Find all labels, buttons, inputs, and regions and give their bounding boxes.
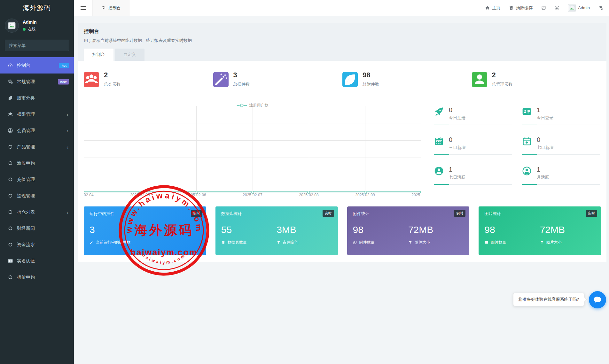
- calendar-icon: [434, 136, 444, 146]
- sidebar-item-label: 持仓列表: [17, 209, 35, 215]
- circle-o-icon: [8, 275, 13, 280]
- stat-label: 总管理员数: [492, 81, 513, 87]
- home-button[interactable]: 主页: [485, 5, 500, 11]
- summary-card: 图片统计实时98图片数量72MB图片大小: [479, 206, 601, 255]
- clear-cache-button[interactable]: 清除缓存: [509, 5, 533, 11]
- mini-stat-value: 1: [449, 166, 465, 173]
- menu-search: [5, 40, 69, 51]
- sidebar-item-12[interactable]: 资金流水: [0, 236, 74, 253]
- sidebar-item-3[interactable]: 股市分类: [0, 90, 74, 106]
- badge-hot: hot: [59, 63, 69, 68]
- topbar: 控制台 主页 清除缓存 Admin: [74, 0, 609, 16]
- summary-card-title: 图片统计: [484, 211, 595, 217]
- realtime-badge: 实时: [323, 210, 334, 217]
- sidebar-item-9[interactable]: 提现管理: [0, 188, 74, 204]
- page-tabs: 控制台自定义: [84, 49, 601, 61]
- profile-menu[interactable]: Admin: [568, 4, 590, 12]
- sidebar-item-10[interactable]: 持仓列表‹: [0, 204, 74, 220]
- leaf-icon: [342, 72, 358, 87]
- sidebar-item-1[interactable]: 控制台hot: [0, 57, 74, 74]
- user-circle-icon: [8, 128, 13, 133]
- mini-stat-label: 七日活跃: [449, 174, 465, 180]
- filter-icon: [540, 240, 544, 244]
- chart-x-label: 2025-02-08: [299, 193, 318, 197]
- mini-stat: 0七日新增: [522, 136, 600, 155]
- image-icon: [484, 240, 488, 244]
- summary-card: 数据库统计实时55数据表数量3MB占用空间: [215, 206, 338, 255]
- circle-o-icon: [8, 177, 13, 182]
- menu-search-input[interactable]: [5, 40, 69, 51]
- summary-cards-row: 运行中的插件实时3当前运行中的插件数数据库统计实时55数据表数量3MB占用空间附…: [84, 206, 601, 255]
- sidebar-item-label: 资金流水: [17, 242, 35, 248]
- summary-card-title: 数据库统计: [221, 211, 332, 217]
- chat-launcher-button[interactable]: [589, 291, 606, 308]
- mini-stat: 1七日活跃: [434, 166, 512, 185]
- trash-icon: [509, 5, 514, 10]
- user-status-label: 在线: [28, 27, 35, 32]
- summary-card-caption-label: 图片大小: [546, 240, 562, 245]
- page-tab-1[interactable]: 控制台: [84, 49, 113, 61]
- summary-card-value: 98: [484, 224, 540, 235]
- stat-value: 2: [492, 72, 513, 79]
- sidebar-item-7[interactable]: 新股申购: [0, 155, 74, 171]
- fullscreen-button[interactable]: [555, 5, 559, 10]
- sidebar-toggle-button[interactable]: [74, 0, 92, 16]
- summary-card-caption: 数据表数量: [221, 240, 277, 245]
- language-button[interactable]: [541, 5, 546, 10]
- stat-value: 2: [104, 72, 121, 79]
- sidebar-item-14[interactable]: 折价申购: [0, 269, 74, 285]
- summary-card-caption: 图片数量: [484, 240, 540, 245]
- summary-card-caption-label: 数据表数量: [228, 240, 247, 245]
- sidebar-item-8[interactable]: 充值管理: [0, 171, 74, 188]
- summary-card-caption: 附件数量: [353, 240, 408, 245]
- summary-card-value: 3MB: [277, 224, 332, 235]
- sidebar-item-label: 产品管理: [17, 144, 35, 150]
- mini-stat: 0今日注册: [434, 106, 512, 125]
- sidebar-item-11[interactable]: 财经新闻: [0, 220, 74, 236]
- sidebar-item-label: 常规管理: [17, 79, 35, 85]
- page-tab-2[interactable]: 自定义: [115, 49, 144, 61]
- hamburger-icon: [81, 6, 86, 10]
- filter-icon: [277, 240, 281, 244]
- page-title: 控制台: [84, 28, 601, 35]
- online-dot-icon: [23, 28, 26, 31]
- sidebar: 海外源码 Admin 在线 控制台hot常规管理new股市分类权限管理‹会员管理…: [0, 0, 74, 364]
- users-icon: [8, 112, 13, 117]
- chart-x-label: 2025-02-10: [411, 193, 421, 197]
- summary-card-value: 98: [353, 224, 408, 235]
- gauge-icon: [101, 5, 106, 10]
- sidebar-item-13[interactable]: 实名认证: [0, 253, 74, 269]
- magic-icon: [90, 240, 94, 244]
- summary-card-caption: 附件大小: [408, 240, 464, 245]
- sidebar-item-6[interactable]: 产品管理‹: [0, 139, 74, 155]
- summary-card-value: 72MB: [540, 224, 595, 235]
- mini-stat-value: 0: [449, 106, 465, 114]
- user-icon: [472, 72, 487, 87]
- mini-stat-label: 月活跃: [537, 174, 549, 180]
- chat-icon: [592, 295, 603, 305]
- chevron-left-icon: ‹: [66, 144, 68, 150]
- mini-stat-underline: [434, 154, 512, 155]
- sidebar-item-label: 折价申购: [17, 275, 35, 280]
- gears-icon: [8, 79, 13, 84]
- page-subtitle: 用于展示当前系统中的统计数据、统计报表及重要实时数据: [84, 38, 601, 43]
- avatar[interactable]: [5, 19, 19, 33]
- expand-icon: [555, 5, 559, 10]
- sidebar-item-5[interactable]: 会员管理‹: [0, 122, 74, 139]
- circle-o-icon: [8, 193, 13, 198]
- language-icon: [541, 5, 546, 10]
- mini-stat-label: 今日登录: [537, 115, 553, 121]
- badge-new: new: [58, 79, 69, 84]
- panel-body: 2总会员数3总插件数98总附件数2总管理员数 注册用户数 2025-02-042…: [78, 61, 606, 262]
- sidebar-item-2[interactable]: 常规管理new: [0, 74, 74, 90]
- summary-card-title: 附件统计: [353, 211, 464, 217]
- settings-button[interactable]: [598, 5, 603, 10]
- topbar-tab-dashboard[interactable]: 控制台: [92, 0, 129, 16]
- sidebar-item-4[interactable]: 权限管理‹: [0, 106, 74, 122]
- gridline: [196, 106, 197, 192]
- gridline: [140, 106, 140, 192]
- chat-invite-bubble[interactable]: 您准备好体验在线客服系统了吗?: [513, 293, 584, 306]
- chart-legend[interactable]: 注册用户数: [237, 103, 269, 108]
- mini-stat: 0三日新增: [434, 136, 512, 155]
- gridline: [365, 106, 365, 192]
